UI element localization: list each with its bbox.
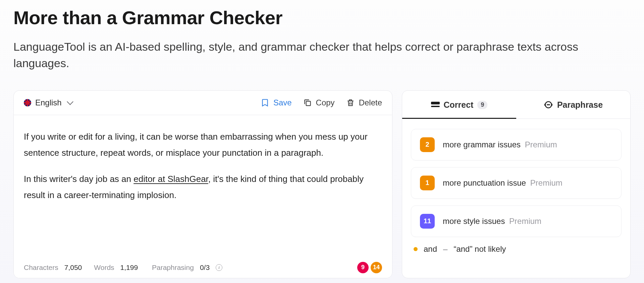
- save-button[interactable]: Save: [261, 98, 292, 107]
- tab-correct-label: Correct: [444, 100, 474, 110]
- tab-paraphrase-label: Paraphrase: [557, 100, 603, 110]
- premium-tag: Premium: [525, 140, 557, 149]
- issue-count-badge: 2: [420, 137, 435, 152]
- issue-card-grammar[interactable]: 2 more grammar issues Premium: [411, 129, 622, 160]
- inline-issue-dash: –: [443, 244, 447, 254]
- workspace: English Save Copy Delete If you writ: [13, 90, 631, 278]
- language-label: English: [35, 98, 62, 107]
- issue-text: more grammar issues Premium: [443, 140, 557, 149]
- flag-uk-icon: [24, 99, 31, 106]
- characters-value: 7,050: [64, 264, 82, 272]
- inline-issue-word: and: [424, 244, 437, 254]
- paraphrasing-value: 0/3: [200, 264, 210, 272]
- style-dot-icon: [414, 247, 418, 251]
- suggestions-panel: Correct 9 Paraphrase 2 more grammar issu…: [402, 90, 631, 278]
- words-label: Words: [94, 264, 114, 272]
- issue-text: more punctuation issue Premium: [443, 178, 562, 188]
- page-title: More than a Grammar Checker: [13, 7, 631, 29]
- delete-label: Delete: [359, 98, 382, 107]
- premium-tag: Premium: [509, 217, 541, 226]
- toolbar-actions: Save Copy Delete: [261, 98, 382, 107]
- svg-rect-0: [306, 101, 310, 105]
- status-metrics: Characters 7,050 Words 1,199 Paraphrasin…: [24, 264, 222, 272]
- premium-tag: Premium: [530, 178, 562, 187]
- copy-label: Copy: [316, 98, 335, 107]
- copy-button[interactable]: Copy: [303, 98, 335, 107]
- bookmark-icon: [261, 98, 269, 107]
- correct-icon: [431, 102, 440, 108]
- language-selector[interactable]: English: [24, 98, 72, 107]
- issue-card-punctuation[interactable]: 1 more punctuation issue Premium: [411, 167, 622, 199]
- paraphrase-icon: [544, 100, 553, 109]
- issue-label: more punctuation issue: [443, 178, 526, 187]
- issue-label: more grammar issues: [443, 140, 521, 149]
- chevron-down-icon: [67, 98, 73, 105]
- info-icon[interactable]: i: [216, 264, 222, 271]
- page-subtitle: LanguageTool is an AI-based spelling, st…: [13, 39, 617, 72]
- editor-panel: English Save Copy Delete If you writ: [13, 90, 392, 278]
- trash-icon: [346, 98, 355, 107]
- error-count-badge[interactable]: 9: [357, 262, 369, 273]
- editor-paragraph: If you write or edit for a living, it ca…: [24, 129, 382, 161]
- editor-toolbar: English Save Copy Delete: [14, 91, 392, 115]
- words-value: 1,199: [120, 264, 138, 272]
- tab-correct[interactable]: Correct 9: [402, 91, 516, 119]
- paraphrasing-label: Paraphrasing: [152, 264, 194, 272]
- tab-paraphrase[interactable]: Paraphrase: [516, 91, 630, 119]
- status-badges: 9 14: [357, 262, 382, 273]
- issue-text: more style issues Premium: [443, 217, 541, 226]
- inline-issue[interactable]: and – “and” not likely: [402, 237, 630, 254]
- panel-tabs: Correct 9 Paraphrase: [402, 91, 630, 119]
- warning-count-badge[interactable]: 14: [371, 262, 382, 273]
- characters-label: Characters: [24, 264, 58, 272]
- copy-icon: [303, 98, 312, 107]
- issue-card-style[interactable]: 11 more style issues Premium: [411, 205, 622, 237]
- issue-list: 2 more grammar issues Premium 1 more pun…: [402, 119, 630, 237]
- save-label: Save: [273, 98, 292, 107]
- delete-button[interactable]: Delete: [346, 98, 382, 107]
- tab-correct-count: 9: [477, 101, 487, 109]
- editor-link[interactable]: editor at SlashGear: [133, 174, 208, 184]
- issue-count-badge: 1: [420, 176, 435, 190]
- editor-textarea[interactable]: If you write or edit for a living, it ca…: [14, 115, 392, 278]
- text-fragment: In this writer's day job as an: [24, 174, 133, 184]
- editor-paragraph: In this writer's day job as an editor at…: [24, 171, 382, 203]
- issue-label: more style issues: [443, 217, 505, 226]
- status-bar: Characters 7,050 Words 1,199 Paraphrasin…: [14, 258, 392, 278]
- separator: [144, 264, 146, 272]
- inline-issue-hint: “and” not likely: [453, 244, 506, 254]
- issue-count-badge: 11: [420, 214, 435, 229]
